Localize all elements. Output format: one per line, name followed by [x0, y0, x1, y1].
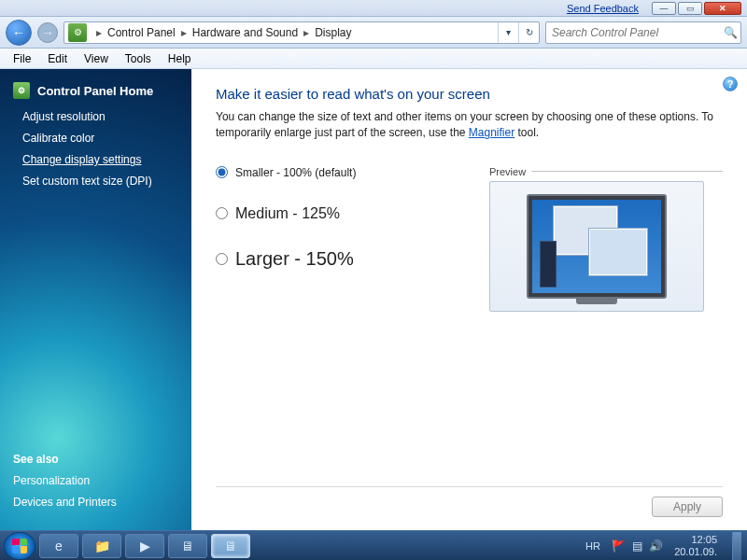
- page-title: Make it easier to read what's on your sc…: [216, 86, 723, 102]
- control-panel-icon: ⚙: [68, 23, 87, 42]
- radio-smaller[interactable]: [216, 166, 228, 178]
- clock[interactable]: 12:05 20.01.09.: [674, 534, 717, 556]
- control-panel-home-link[interactable]: ⚙ Control Panel Home: [13, 82, 178, 99]
- label-smaller: Smaller - 100% (default): [235, 166, 356, 179]
- sidebar-change-display-settings[interactable]: Change display settings: [22, 153, 178, 166]
- chevron-right-icon: ▸: [176, 26, 192, 39]
- menu-tools[interactable]: Tools: [118, 50, 159, 67]
- send-feedback-link[interactable]: Send Feedback: [567, 3, 639, 14]
- language-indicator[interactable]: HR: [585, 540, 600, 552]
- sidebar-devices-printers[interactable]: Devices and Printers: [13, 496, 178, 509]
- sidebar: ⚙ Control Panel Home Adjust resolution C…: [0, 69, 191, 530]
- monitor-icon: [527, 194, 667, 299]
- desc-b: tool.: [514, 126, 539, 139]
- scale-options: Smaller - 100% (default) Medium - 125% L…: [216, 166, 452, 312]
- system-tray: HR 🚩 ▤ 🔊 12:05 20.01.09.: [585, 532, 743, 560]
- control-panel-icon: ⚙: [13, 82, 30, 99]
- sidebar-adjust-resolution[interactable]: Adjust resolution: [22, 110, 178, 123]
- clock-time: 12:05: [674, 534, 717, 545]
- preview-label: Preview: [489, 166, 526, 177]
- content-pane: ? Make it easier to read what's on your …: [191, 69, 747, 530]
- start-button[interactable]: [4, 532, 35, 560]
- taskbar-explorer[interactable]: 📁: [82, 534, 121, 558]
- crumb-root[interactable]: Control Panel: [107, 26, 176, 39]
- search-input[interactable]: [546, 26, 720, 39]
- see-also-heading: See also: [13, 453, 178, 466]
- menu-file[interactable]: File: [6, 50, 38, 67]
- sidebar-custom-dpi[interactable]: Set custom text size (DPI): [22, 175, 178, 188]
- tray-icons: 🚩 ▤ 🔊: [610, 539, 665, 553]
- windows-flag-icon: [12, 539, 27, 553]
- maximize-button[interactable]: ▭: [678, 2, 702, 15]
- close-button[interactable]: ✕: [704, 2, 741, 15]
- back-button[interactable]: ←: [6, 20, 32, 46]
- navigation-bar: ← → ⚙ ▸ Control Panel ▸ Hardware and Sou…: [0, 17, 747, 49]
- chevron-right-icon: ▸: [298, 26, 315, 39]
- option-medium[interactable]: Medium - 125%: [216, 205, 452, 222]
- menu-bar: File Edit View Tools Help: [0, 49, 747, 69]
- radio-medium[interactable]: [216, 207, 228, 219]
- help-icon[interactable]: ?: [723, 77, 738, 91]
- window-titlebar: Send Feedback — ▭ ✕: [0, 0, 747, 17]
- menu-help[interactable]: Help: [161, 50, 199, 67]
- refresh-button[interactable]: ↻: [518, 22, 539, 43]
- label-larger: Larger - 150%: [235, 248, 354, 270]
- minimize-button[interactable]: —: [652, 2, 676, 15]
- breadcrumb-dropdown[interactable]: ▾: [498, 22, 518, 43]
- forward-button[interactable]: →: [37, 22, 58, 43]
- menu-edit[interactable]: Edit: [40, 50, 75, 67]
- magnifier-link[interactable]: Magnifier: [469, 126, 514, 139]
- tray-network-icon[interactable]: ▤: [632, 539, 642, 553]
- taskbar-display-active[interactable]: 🖥: [211, 534, 250, 558]
- option-smaller[interactable]: Smaller - 100% (default): [216, 166, 452, 179]
- tray-volume-icon[interactable]: 🔊: [649, 539, 663, 553]
- desc-a: You can change the size of text and othe…: [216, 110, 713, 139]
- show-desktop-button[interactable]: [732, 532, 741, 560]
- option-larger[interactable]: Larger - 150%: [216, 248, 452, 270]
- page-description: You can change the size of text and othe…: [216, 109, 723, 142]
- menu-view[interactable]: View: [77, 50, 116, 67]
- taskbar-app1[interactable]: 🖥: [168, 534, 207, 558]
- preview-box: [489, 181, 704, 312]
- separator: [216, 486, 723, 487]
- sidebar-home-label: Control Panel Home: [37, 84, 153, 98]
- crumb-leaf[interactable]: Display: [315, 26, 351, 39]
- label-medium: Medium - 125%: [235, 205, 340, 222]
- sidebar-calibrate-color[interactable]: Calibrate color: [22, 132, 178, 145]
- radio-larger[interactable]: [216, 253, 228, 265]
- apply-button[interactable]: Apply: [652, 497, 723, 517]
- search-icon[interactable]: 🔍: [720, 26, 740, 39]
- taskbar-ie[interactable]: e: [39, 534, 78, 558]
- tray-flag-icon[interactable]: 🚩: [612, 539, 626, 553]
- preview-section: Preview: [489, 166, 723, 312]
- taskbar: e 📁 ▶ 🖥 🖥 HR 🚩 ▤ 🔊 12:05 20.01.09.: [0, 530, 747, 560]
- taskbar-media-player[interactable]: ▶: [125, 534, 164, 558]
- breadcrumb[interactable]: ⚙ ▸ Control Panel ▸ Hardware and Sound ▸…: [63, 21, 540, 44]
- sidebar-personalization[interactable]: Personalization: [13, 474, 178, 487]
- search-box[interactable]: 🔍: [545, 21, 741, 44]
- chevron-right-icon: ▸: [91, 26, 107, 39]
- crumb-mid[interactable]: Hardware and Sound: [192, 26, 298, 39]
- clock-date: 20.01.09.: [674, 546, 717, 557]
- preview-divider: [531, 171, 723, 172]
